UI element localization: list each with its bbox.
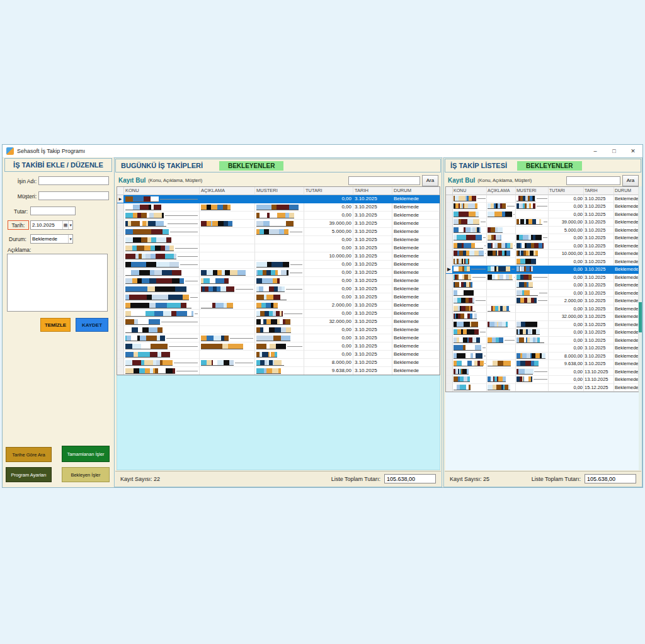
table-row[interactable]: 0,003.10.2025Beklemede: [446, 344, 639, 353]
list-search-input[interactable]: [566, 176, 620, 185]
table-row[interactable]: 0,003.10.2025Beklemede: [446, 274, 639, 282]
row-indicator: [446, 250, 453, 258]
column-header[interactable]: KONU: [453, 187, 487, 195]
row-indicator: [446, 376, 453, 384]
column-header[interactable]: MUSTERI: [255, 187, 304, 195]
cell-tutari: 8.000,00: [304, 359, 353, 367]
minimize-button[interactable]: –: [586, 145, 605, 157]
table-row[interactable]: 0,003.10.2025Beklemede: [446, 321, 639, 329]
table-row[interactable]: 0,003.10.2025Beklemede: [446, 211, 639, 219]
table-row[interactable]: 0,003.10.2025Beklemede: [117, 203, 440, 212]
table-row[interactable]: 0,0013.10.2025Beklemede: [446, 368, 639, 376]
table-row[interactable]: 39.000,003.10.2025Beklemede: [117, 220, 440, 228]
table-row[interactable]: 0,0013.10.2025Beklemede: [446, 376, 639, 384]
cell-tarih: 3.10.2025: [584, 274, 614, 282]
program-ayarlari-button[interactable]: Program Ayarları: [6, 467, 52, 482]
table-row[interactable]: 2.000,003.10.2025Beklemede: [446, 297, 639, 305]
column-header[interactable]: KONU: [124, 187, 200, 195]
scrollbar-track[interactable]: [639, 186, 642, 470]
table-row[interactable]: 0,003.10.2025Beklemede: [446, 290, 639, 298]
durum-select[interactable]: Beklemede ▾: [30, 234, 73, 244]
close-button[interactable]: ✕: [624, 145, 642, 157]
cell-durum: Beklemede: [614, 250, 639, 258]
cell-konu: [453, 234, 487, 242]
today-ara-button[interactable]: Ara: [422, 175, 438, 186]
table-row[interactable]: 9.638,003.10.2025Beklemede: [446, 360, 639, 368]
table-row[interactable]: 0,003.10.2025Beklemede: [446, 234, 639, 242]
temizle-button[interactable]: TEMİZLE: [40, 318, 71, 332]
aciklama-textarea[interactable]: [7, 254, 108, 312]
table-row[interactable]: 0,0015.12.2025Beklemede: [446, 384, 639, 392]
list-grid: KONUAÇIKLAMAMUSTERITUTARITARIHDURUM0,003…: [445, 186, 639, 392]
table-row[interactable]: 32.000,003.10.2025Beklemede: [446, 313, 639, 321]
column-header[interactable]: MUSTERI: [516, 187, 549, 195]
table-row[interactable]: 0,003.10.2025Beklemede: [117, 326, 440, 334]
table-row[interactable]: 0,003.10.2025Beklemede: [446, 195, 639, 203]
column-header[interactable]: TARIH: [353, 187, 392, 195]
table-row[interactable]: 0,003.10.2025Beklemede: [117, 351, 440, 359]
table-row[interactable]: 0,003.10.2025Beklemede: [117, 261, 440, 269]
cell-durum: Beklemede: [392, 318, 440, 326]
table-row[interactable]: 0,003.10.2025Beklemede: [117, 244, 440, 252]
table-row[interactable]: 0,003.10.2025Beklemede: [446, 242, 639, 251]
cell-tarih: 3.10.2025: [353, 236, 392, 244]
redacted-text: [517, 234, 547, 242]
cell-durum: Beklemede: [392, 195, 440, 203]
kaydet-button[interactable]: KAYDET: [76, 318, 108, 332]
table-row[interactable]: 0,003.10.2025Beklemede: [446, 203, 639, 211]
table-row[interactable]: 0,003.10.2025Beklemede: [117, 334, 440, 342]
isin-adi-input[interactable]: [38, 176, 109, 185]
table-row[interactable]: 39.000,003.10.2025Beklemede: [446, 218, 639, 227]
today-search-input[interactable]: [348, 176, 420, 185]
chevron-down-icon[interactable]: ▾: [68, 221, 72, 229]
list-panel-header: İŞ TAKİP LİSTESİ BEKLEYENLER: [445, 159, 641, 172]
cell-konu: [124, 310, 200, 318]
table-row[interactable]: 0,003.10.2025Beklemede: [117, 212, 440, 220]
column-header[interactable]: TARIH: [584, 187, 614, 195]
tarihe-gore-ara-button[interactable]: Tarihe Göre Ara: [6, 447, 52, 462]
tutar-input[interactable]: [30, 206, 76, 215]
table-row[interactable]: 0,003.10.2025Beklemede: [117, 285, 440, 293]
maximize-button[interactable]: □: [605, 145, 624, 157]
table-row[interactable]: 10.000,003.10.2025Beklemede: [117, 252, 440, 261]
table-row[interactable]: 0,003.10.2025Beklemede: [117, 269, 440, 277]
table-row[interactable]: 0,003.10.2025Beklemede: [117, 293, 440, 302]
row-indicator: [117, 203, 124, 212]
column-header[interactable]: DURUM: [614, 187, 639, 195]
chevron-down-icon[interactable]: ▾: [68, 235, 72, 243]
table-row[interactable]: 8.000,003.10.2025Beklemede: [446, 353, 639, 361]
column-header[interactable]: AÇIKLAMA: [487, 187, 516, 195]
cell-tutari: 0,00: [549, 376, 584, 384]
tamamlanan-isler-button[interactable]: Tamamlanan İşler: [62, 446, 110, 462]
tarih-datepicker[interactable]: 2.10.2025 ▦ ▾: [30, 220, 73, 230]
calendar-icon[interactable]: ▦: [62, 221, 69, 229]
column-header[interactable]: DURUM: [392, 187, 440, 195]
table-row[interactable]: 2.000,003.10.2025Beklemede: [117, 302, 440, 310]
bekleyen-isler-button[interactable]: Bekleyen İşler: [62, 467, 110, 482]
column-header[interactable]: TUTARI: [549, 187, 584, 195]
cell-tutari: 0,00: [549, 211, 584, 219]
table-row[interactable]: 0,003.10.2025Beklemede: [446, 258, 639, 266]
table-row[interactable]: 0,003.10.2025Beklemede: [117, 277, 440, 285]
column-header[interactable]: TUTARI: [304, 187, 353, 195]
table-row[interactable]: 32.000,003.10.2025Beklemede: [117, 318, 440, 326]
table-row[interactable]: 5.000,003.10.2025Beklemede: [446, 227, 639, 235]
table-row[interactable]: 9.638,003.10.2025Beklemede: [117, 367, 440, 375]
table-row[interactable]: ▶0,003.10.2025Beklemede: [117, 195, 440, 203]
column-header[interactable]: AÇIKLAMA: [200, 187, 255, 195]
table-row[interactable]: 5.000,003.10.2025Beklemede: [117, 228, 440, 236]
table-row[interactable]: 0,003.10.2025Beklemede: [117, 236, 440, 244]
scrollbar-thumb[interactable]: [639, 302, 642, 332]
table-row[interactable]: 0,003.10.2025Beklemede: [446, 305, 639, 314]
table-row[interactable]: 0,003.10.2025Beklemede: [446, 329, 639, 337]
cell-musteri: [255, 212, 304, 220]
table-row[interactable]: 0,003.10.2025Beklemede: [446, 337, 639, 345]
table-row[interactable]: 0,003.10.2025Beklemede: [117, 310, 440, 318]
table-row[interactable]: 0,003.10.2025Beklemede: [117, 342, 440, 351]
table-row[interactable]: 8.000,003.10.2025Beklemede: [117, 359, 440, 367]
musteri-input[interactable]: [38, 191, 109, 200]
list-ara-button[interactable]: Ara: [622, 175, 639, 186]
table-row[interactable]: ▶0,003.10.2025Beklemede: [446, 266, 639, 274]
table-row[interactable]: 0,003.10.2025Beklemede: [446, 281, 639, 290]
table-row[interactable]: 10.000,003.10.2025Beklemede: [446, 250, 639, 258]
